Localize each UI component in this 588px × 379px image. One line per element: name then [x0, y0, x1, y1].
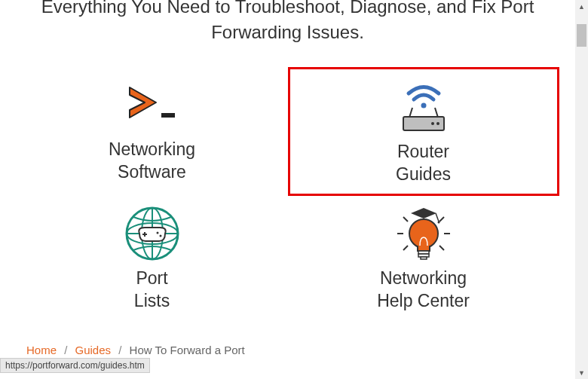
breadcrumb-home[interactable]: Home: [26, 344, 57, 356]
globe-controller-icon: [118, 203, 186, 264]
router-icon: [390, 77, 458, 137]
card-title: Networking Software: [109, 139, 195, 184]
scrollbar-thumb[interactable]: [577, 24, 586, 47]
card-title: Port Lists: [134, 267, 170, 313]
svg-line-23: [439, 246, 444, 250]
scrollbar-down-arrow[interactable]: ▼: [575, 366, 588, 379]
card-router-guides[interactable]: Router Guides: [288, 67, 559, 196]
breadcrumb-separator: /: [118, 344, 121, 356]
breadcrumb-guides[interactable]: Guides: [75, 344, 112, 356]
card-title: Router Guides: [396, 141, 451, 186]
svg-line-16: [436, 213, 439, 222]
svg-point-14: [156, 231, 158, 234]
svg-point-15: [159, 234, 161, 237]
svg-line-21: [439, 217, 444, 222]
card-title: Networking Help Center: [377, 267, 470, 313]
svg-point-24: [409, 219, 438, 248]
card-networking-help-center[interactable]: Networking Help Center: [288, 196, 559, 320]
networking-software-icon: [118, 75, 186, 135]
card-port-lists[interactable]: Port Lists: [17, 196, 288, 320]
svg-line-22: [403, 246, 408, 250]
lightbulb-grad-icon: [390, 203, 458, 264]
page-subtitle: Everything You Need to Troubleshoot, Dia…: [0, 0, 575, 44]
breadcrumb-current: How To Forward a Port: [130, 344, 245, 356]
breadcrumb: Home / Guides / How To Forward a Port: [26, 344, 245, 356]
card-networking-software[interactable]: Networking Software: [17, 67, 288, 196]
svg-line-20: [403, 217, 408, 222]
status-bar-url: https://portforward.com/guides.htm: [0, 358, 150, 373]
svg-point-6: [436, 122, 439, 125]
svg-rect-27: [421, 257, 427, 259]
breadcrumb-separator: /: [64, 344, 67, 356]
cards-grid: Networking Software Route: [17, 67, 559, 320]
scrollbar-up-arrow[interactable]: ▲: [575, 0, 588, 13]
svg-rect-0: [161, 113, 175, 118]
svg-point-5: [431, 122, 434, 125]
svg-point-1: [421, 103, 426, 109]
vertical-scrollbar[interactable]: ▲ ▼: [575, 0, 588, 379]
